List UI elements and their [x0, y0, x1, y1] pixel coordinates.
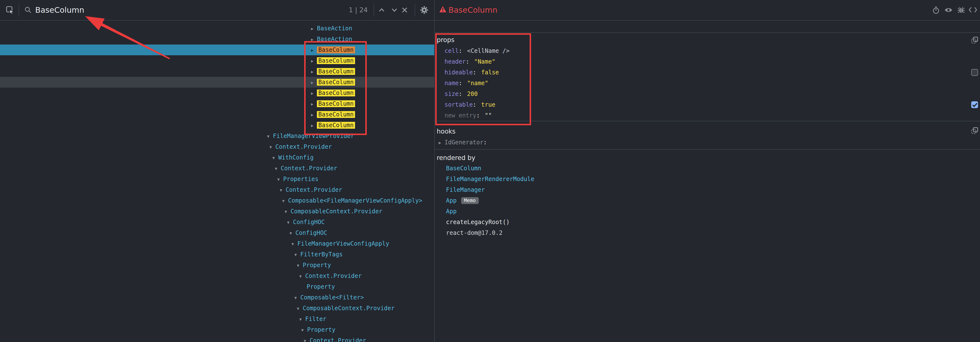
- collapse-arrow-icon[interactable]: ▾: [294, 249, 300, 260]
- tree-row[interactable]: ▾Property: [0, 259, 434, 270]
- collapse-arrow-icon[interactable]: ▾: [291, 239, 298, 249]
- boolean-checkbox-checked[interactable]: [971, 101, 978, 108]
- tree-row[interactable]: ▾ComposableContext.Provider: [0, 206, 434, 216]
- component-name: Composable<FileManagerViewConfigApply>: [288, 197, 422, 204]
- copy-hooks-icon[interactable]: [971, 127, 978, 134]
- collapse-arrow-icon[interactable]: ▾: [267, 131, 273, 142]
- collapse-arrow-icon[interactable]: ▾: [275, 163, 281, 174]
- tree-row[interactable]: ▾Composable<FileManagerViewConfigApply>: [0, 195, 434, 206]
- search-input[interactable]: [35, 3, 240, 17]
- panel-divider[interactable]: [434, 0, 435, 342]
- bug-icon[interactable]: [957, 6, 965, 14]
- collapse-arrow-icon[interactable]: ▾: [299, 271, 305, 282]
- tree-row[interactable]: ▾Properties: [0, 173, 434, 184]
- eye-icon[interactable]: [944, 6, 953, 14]
- tree-row[interactable]: ▾Context.Provider: [0, 184, 434, 195]
- expand-arrow-icon[interactable]: ▸: [311, 77, 317, 88]
- tree-row[interactable]: ▸BaseColumn: [0, 119, 434, 130]
- owner-link[interactable]: FileManagerRendererModule: [446, 176, 534, 183]
- expand-arrow-icon[interactable]: ▸: [311, 88, 317, 99]
- collapse-arrow-icon[interactable]: ▾: [304, 336, 310, 342]
- component-name: Property: [307, 326, 336, 333]
- tree-row-hovered[interactable]: ▸BaseColumn: [0, 76, 434, 87]
- component-name-match: BaseColumn: [317, 57, 355, 64]
- tree-row[interactable]: ▾FileManagerViewConfigApply: [0, 238, 434, 249]
- tree-row-selected[interactable]: ▸BaseColumn: [0, 44, 434, 55]
- component-name: BaseAction: [317, 35, 352, 42]
- toolbar-separator: [19, 4, 19, 16]
- search-icon: [24, 6, 31, 13]
- expand-arrow-icon[interactable]: ▸: [311, 34, 317, 45]
- collapse-arrow-icon[interactable]: ▾: [290, 228, 295, 239]
- hooks-list: ▸IdGenerator:: [439, 137, 487, 148]
- owner-link[interactable]: App: [446, 208, 457, 215]
- prop-value[interactable]: true: [481, 101, 495, 108]
- tree-row[interactable]: ▾Context.Provider: [0, 163, 434, 173]
- tree-row[interactable]: ▸BaseColumn: [0, 87, 434, 98]
- tree-row[interactable]: ▾ConfigHOC: [0, 216, 434, 227]
- tree-row[interactable]: Property: [0, 281, 434, 292]
- collapse-arrow-icon[interactable]: ▾: [299, 314, 305, 325]
- collapse-arrow-icon[interactable]: ▾: [272, 153, 278, 163]
- collapse-arrow-icon[interactable]: ▾: [301, 325, 307, 336]
- tree-row[interactable]: ▾Context.Provider: [0, 335, 434, 342]
- expand-arrow-icon[interactable]: ▸: [311, 66, 317, 77]
- prop-row: hideable:false: [444, 67, 509, 78]
- prop-value[interactable]: "name": [467, 80, 488, 87]
- expand-arrow-icon[interactable]: ▸: [311, 45, 317, 56]
- gear-icon[interactable]: [420, 6, 428, 14]
- expand-arrow-icon[interactable]: ▸: [439, 137, 444, 148]
- expand-arrow-icon[interactable]: ▸: [311, 109, 317, 120]
- prop-value[interactable]: "Name": [474, 58, 495, 65]
- expand-arrow-icon[interactable]: ▸: [311, 120, 317, 131]
- copy-props-icon[interactable]: [971, 37, 978, 43]
- chevron-down-icon[interactable]: [391, 7, 398, 13]
- tree-row[interactable]: ▾FilterByTags: [0, 249, 434, 259]
- expand-arrow-icon[interactable]: ▸: [311, 99, 317, 109]
- prop-value[interactable]: "": [485, 112, 492, 119]
- close-x-icon[interactable]: [401, 6, 408, 13]
- chevron-up-icon[interactable]: [378, 7, 385, 13]
- tree-row[interactable]: ▸BaseColumn: [0, 55, 434, 66]
- tree-row[interactable]: ▾Filter: [0, 313, 434, 324]
- component-name: BaseAction: [317, 25, 352, 32]
- tree-row[interactable]: ▸BaseColumn: [0, 98, 434, 109]
- prop-value[interactable]: false: [481, 69, 499, 76]
- inspect-element-icon[interactable]: [6, 6, 14, 14]
- expand-arrow-icon[interactable]: ▸: [311, 56, 317, 66]
- tree-row[interactable]: ▸BaseColumn: [0, 66, 434, 76]
- tree-row[interactable]: ▸BaseColumn: [0, 109, 434, 119]
- stopwatch-icon[interactable]: [932, 6, 940, 14]
- tree-row[interactable]: ▾ConfigHOC: [0, 227, 434, 238]
- collapse-arrow-icon[interactable]: ▾: [294, 292, 300, 303]
- collapse-arrow-icon[interactable]: ▾: [269, 142, 275, 153]
- boolean-checkbox-unchecked[interactable]: [971, 69, 978, 76]
- prop-value[interactable]: <CellName />: [467, 48, 509, 54]
- collapse-arrow-icon[interactable]: ▾: [297, 260, 303, 271]
- collapse-arrow-icon[interactable]: ▾: [280, 185, 286, 196]
- collapse-arrow-icon[interactable]: ▾: [297, 303, 303, 314]
- tree-row[interactable]: ▸BaseAction: [0, 23, 434, 33]
- collapse-arrow-icon[interactable]: ▾: [282, 196, 288, 206]
- owner-link[interactable]: App: [446, 197, 457, 204]
- expand-arrow-icon[interactable]: ▸: [311, 23, 317, 34]
- tree-row[interactable]: ▾Context.Provider: [0, 141, 434, 152]
- owner-link[interactable]: BaseColumn: [446, 165, 482, 172]
- tree-row[interactable]: ▾Property: [0, 324, 434, 335]
- collapse-arrow-icon[interactable]: ▾: [285, 206, 291, 217]
- prop-value[interactable]: 200: [467, 91, 477, 97]
- tree-row[interactable]: ▾Context.Provider: [0, 270, 434, 281]
- tree-row[interactable]: ▾Composable<Filter>: [0, 292, 434, 302]
- hook-row[interactable]: ▸IdGenerator:: [439, 137, 487, 148]
- tree-row[interactable]: ▾WithConfig: [0, 152, 434, 163]
- component-name: FilterByTags: [300, 251, 342, 258]
- collapse-arrow-icon[interactable]: ▾: [277, 174, 283, 185]
- collapse-arrow-icon[interactable]: ▾: [287, 217, 293, 228]
- tree-row[interactable]: ▸BaseAction: [0, 33, 434, 44]
- tree-row[interactable]: ▾FileManagerViewProvider: [0, 130, 434, 141]
- tree-row[interactable]: ▾ComposableContext.Provider: [0, 302, 434, 313]
- section-divider: [435, 149, 980, 150]
- prop-row: sortable:true: [444, 99, 509, 110]
- owner-link[interactable]: FileManager: [446, 186, 485, 193]
- view-source-code-icon[interactable]: [968, 6, 977, 13]
